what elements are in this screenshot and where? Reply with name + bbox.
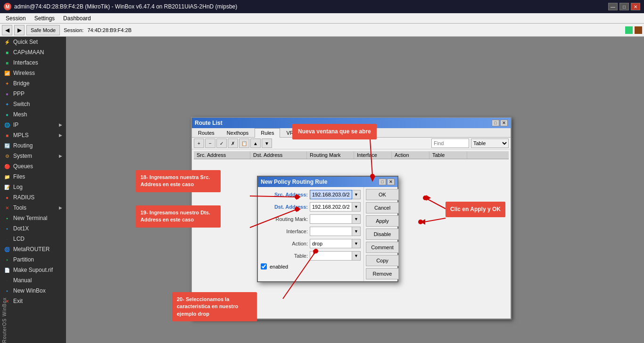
forward-button[interactable]: ▶ bbox=[14, 25, 25, 35]
add-button[interactable]: + bbox=[194, 139, 204, 148]
table-field-wrapper: ▼ bbox=[310, 251, 361, 261]
ip-icon: 🌐 bbox=[4, 122, 10, 128]
src-address-dropdown[interactable]: ▼ bbox=[352, 190, 361, 199]
routing-icon: 🔄 bbox=[4, 142, 10, 149]
back-button[interactable]: ◀ bbox=[2, 25, 12, 35]
comment-button[interactable]: Comment bbox=[366, 242, 399, 253]
dialog-remove-button[interactable]: Remove bbox=[366, 268, 399, 279]
sidebar-item-label: PPP bbox=[13, 90, 25, 97]
safe-mode-button[interactable]: Safe Mode bbox=[26, 25, 60, 35]
sidebar-item-label: Bridge bbox=[13, 80, 30, 87]
sidebar-item-quick-set[interactable]: ⚡ Quick Set bbox=[0, 37, 66, 47]
dialog-disable-button[interactable]: Disable bbox=[366, 229, 399, 240]
sidebar-item-make-supout[interactable]: 📄 Make Supout.rif bbox=[0, 265, 66, 275]
new-winbox-icon: ▪ bbox=[4, 287, 10, 294]
disable-button[interactable]: ✗ bbox=[228, 139, 238, 148]
maximize-button[interactable]: □ bbox=[619, 3, 629, 10]
sidebar-item-queues[interactable]: 🔴 Queues bbox=[0, 161, 66, 172]
table-dropdown[interactable]: ▼ bbox=[352, 251, 361, 261]
enabled-checkbox[interactable] bbox=[261, 263, 267, 270]
sidebar-item-capsman[interactable]: ■ CAPsMAAN bbox=[0, 47, 66, 57]
route-list-close[interactable]: ✕ bbox=[500, 120, 508, 126]
tab-nexthops[interactable]: Nexthops bbox=[221, 128, 255, 137]
menu-settings[interactable]: Settings bbox=[31, 14, 58, 23]
ok-button[interactable]: OK bbox=[366, 189, 399, 200]
dialog-controls: □ ✕ bbox=[379, 179, 395, 185]
action-field-wrapper: ▼ bbox=[310, 239, 361, 248]
sidebar-item-label: New Terminal bbox=[13, 215, 47, 221]
status-indicators bbox=[625, 26, 642, 34]
sidebar-item-routing[interactable]: 🔄 Routing bbox=[0, 140, 66, 151]
apply-button[interactable]: Apply bbox=[366, 215, 399, 227]
table-input[interactable] bbox=[310, 251, 352, 261]
sidebar-item-switch[interactable]: ✦ Switch bbox=[0, 99, 66, 109]
dialog-close[interactable]: ✕ bbox=[387, 179, 395, 185]
main-layout: ⚡ Quick Set ■ CAPsMAAN ■ Interfaces 📶 Wi… bbox=[0, 37, 644, 343]
manual-icon: ▪ bbox=[4, 277, 10, 284]
capsman-icon: ■ bbox=[4, 49, 10, 56]
ip-arrow-icon: ▶ bbox=[59, 122, 62, 127]
close-button[interactable]: ✕ bbox=[631, 3, 640, 10]
sidebar-item-label: Interfaces bbox=[13, 59, 38, 66]
sort-down-button[interactable]: ▼ bbox=[262, 139, 272, 148]
dialog-maximize[interactable]: □ bbox=[379, 179, 386, 185]
tab-routes[interactable]: Routes bbox=[192, 128, 221, 137]
sidebar-item-partition[interactable]: ▪ Partition bbox=[0, 254, 66, 265]
routing-mark-dropdown[interactable]: ▼ bbox=[352, 214, 361, 224]
sidebar-item-exit[interactable]: ✕ Exit bbox=[0, 296, 66, 306]
sidebar-item-radius[interactable]: ● RADIUS bbox=[0, 192, 66, 203]
col-routing-mark: Routing Mark bbox=[307, 151, 354, 159]
dst-address-field-wrapper: ▼ bbox=[310, 202, 361, 212]
src-address-input[interactable] bbox=[310, 190, 352, 199]
cancel-button[interactable]: Cancel bbox=[366, 202, 399, 213]
sidebar-item-new-terminal[interactable]: ▪ New Terminal bbox=[0, 213, 66, 223]
session-label: Session: bbox=[64, 27, 83, 33]
find-box: Table bbox=[431, 139, 509, 148]
sidebar-item-dot1x[interactable]: ▪ Dot1X bbox=[0, 223, 66, 234]
interface-dropdown[interactable]: ▼ bbox=[352, 227, 361, 236]
minimize-button[interactable]: — bbox=[608, 3, 618, 10]
sidebar-item-tools[interactable]: ✕ Tools ▶ bbox=[0, 203, 66, 213]
table-dropdown[interactable]: Table bbox=[471, 139, 509, 148]
callout-nueva-ventana: Nueva ventana que se abre bbox=[292, 124, 377, 139]
sidebar-item-wireless[interactable]: 📶 Wireless bbox=[0, 68, 66, 78]
copy-button[interactable]: 📋 bbox=[239, 139, 249, 148]
sidebar-item-mesh[interactable]: ● Mesh bbox=[0, 109, 66, 120]
menu-session[interactable]: Session bbox=[2, 14, 30, 23]
sidebar-item-manual[interactable]: ▪ Manual bbox=[0, 275, 66, 286]
dst-address-dropdown[interactable]: ▼ bbox=[352, 202, 361, 212]
dialog-form: Src. Address: ▼ Dst. Address: ▼ bbox=[258, 187, 363, 281]
enable-button[interactable]: ✓ bbox=[216, 139, 227, 148]
sort-up-button[interactable]: ▲ bbox=[250, 139, 261, 148]
dst-address-input[interactable] bbox=[310, 202, 352, 212]
action-dropdown[interactable]: ▼ bbox=[352, 239, 361, 248]
interface-input[interactable] bbox=[310, 227, 352, 236]
lcd-icon: ▪ bbox=[4, 236, 10, 242]
sidebar-item-metarouter[interactable]: 🌀 MetaROUTER bbox=[0, 244, 66, 254]
sidebar-item-bridge[interactable]: ✦ Bridge bbox=[0, 78, 66, 89]
find-input[interactable] bbox=[431, 139, 469, 148]
sidebar-item-ip[interactable]: 🌐 IP ▶ bbox=[0, 120, 66, 130]
sidebar-item-system[interactable]: ⚙ System ▶ bbox=[0, 151, 66, 161]
app-icon: M bbox=[4, 3, 11, 10]
sidebar-item-lcd[interactable]: ▪ LCD bbox=[0, 234, 66, 244]
sidebar-item-mpls[interactable]: ■ MPLS ▶ bbox=[0, 130, 66, 140]
sidebar-item-new-winbox[interactable]: ▪ New WinBox bbox=[0, 286, 66, 296]
menu-dashboard[interactable]: Dashboard bbox=[59, 14, 95, 23]
sidebar-item-interfaces[interactable]: ■ Interfaces bbox=[0, 57, 66, 68]
route-list-maximize[interactable]: □ bbox=[492, 120, 499, 126]
remove-button[interactable]: − bbox=[205, 139, 215, 148]
dialog-copy-button[interactable]: Copy bbox=[366, 255, 399, 266]
sidebar-item-ppp[interactable]: ● PPP bbox=[0, 89, 66, 99]
col-src-address: Src. Address bbox=[194, 151, 250, 159]
routing-mark-input[interactable] bbox=[310, 214, 352, 224]
sidebar-item-label: LCD bbox=[13, 236, 25, 242]
sidebar-item-files[interactable]: 📁 Files bbox=[0, 172, 66, 182]
policy-routing-dialog: New Policy Routing Rule □ ✕ Src. Address… bbox=[257, 176, 398, 282]
mpls-icon: ■ bbox=[4, 132, 10, 139]
sidebar-item-log[interactable]: 📝 Log bbox=[0, 182, 66, 192]
make-supout-icon: 📄 bbox=[4, 267, 10, 273]
action-input[interactable] bbox=[310, 239, 352, 248]
tab-rules[interactable]: Rules bbox=[255, 128, 280, 138]
sidebar-item-label: Mesh bbox=[13, 111, 27, 118]
